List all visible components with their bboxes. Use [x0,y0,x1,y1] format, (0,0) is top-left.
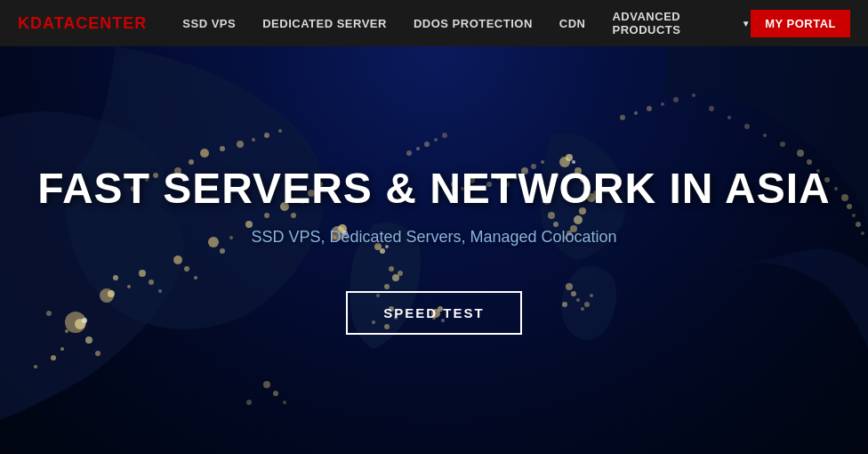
hero-content: FAST SERVERS & NETWORK IN ASIA SSD VPS, … [2,166,865,336]
speed-test-button[interactable]: SPEED TEST [346,291,521,335]
svg-point-60 [566,154,573,161]
svg-point-109 [673,97,679,102]
svg-point-6 [51,355,56,361]
nav-link-advanced-products[interactable]: ADVANCED PRODUCTS ▼ [612,10,751,36]
svg-point-114 [763,134,767,137]
svg-point-9 [85,336,92,344]
svg-point-92 [246,400,252,405]
svg-point-8 [34,365,37,369]
svg-point-89 [263,381,270,388]
svg-point-43 [278,129,282,133]
svg-point-116 [797,150,804,157]
svg-point-38 [200,149,209,158]
svg-point-111 [709,106,714,111]
svg-point-129 [434,138,438,142]
svg-point-106 [634,111,638,115]
svg-point-10 [95,351,100,356]
my-portal-button[interactable]: MY PORTAL [751,10,850,37]
brand-prefix: K [18,14,30,32]
hero-title: FAST SERVERS & NETWORK IN ASIA [37,166,830,213]
svg-point-130 [442,133,447,138]
nav-link-dedicated-server[interactable]: DEDICATED SERVER [262,17,387,30]
svg-point-108 [661,102,664,106]
svg-point-104 [541,160,544,164]
svg-point-40 [237,141,244,148]
svg-point-115 [780,142,785,147]
svg-point-90 [273,391,278,396]
advanced-products-label: ADVANCED PRODUCTS [612,10,736,36]
svg-point-91 [283,401,286,404]
svg-point-112 [727,116,731,119]
svg-point-126 [406,150,412,156]
svg-point-61 [572,160,575,164]
nav-links: SSD VPS DEDICATED SERVER DDOS PROTECTION… [182,10,751,36]
svg-point-42 [264,133,269,138]
svg-point-113 [744,124,750,129]
brand-logo[interactable]: KDATACENTER [18,14,147,33]
navbar: KDATACENTER SSD VPS DEDICATED SERVER DDO… [0,0,868,46]
nav-link-ssd-vps[interactable]: SSD VPS [182,17,236,30]
svg-point-127 [416,147,420,150]
chevron-down-icon: ▼ [742,19,751,28]
hero-subtitle: SSD VPS, Dedicated Servers, Managed Colo… [37,228,830,247]
svg-point-41 [252,138,255,142]
svg-point-128 [424,142,430,147]
svg-point-105 [620,115,625,120]
svg-point-110 [692,93,695,97]
brand-name: DATACENTER [30,14,147,32]
svg-point-39 [220,146,225,151]
svg-point-7 [60,347,64,351]
nav-link-cdn[interactable]: CDN [559,17,586,30]
hero-section: FAST SERVERS & NETWORK IN ASIA SSD VPS, … [0,46,868,454]
svg-point-107 [647,106,652,111]
nav-link-ddos-protection[interactable]: DDOS PROTECTION [414,17,533,30]
